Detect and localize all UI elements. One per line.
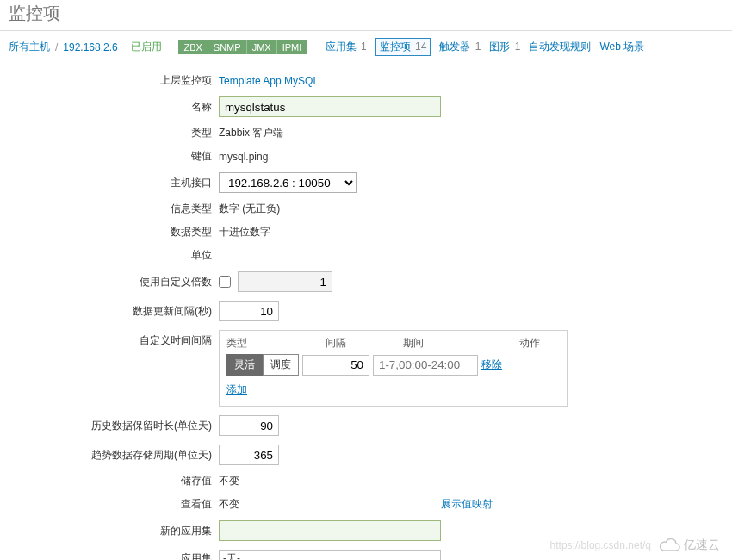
apps-opt-none[interactable]: -无-: [220, 551, 440, 560]
seg-schedule[interactable]: 调度: [263, 354, 299, 376]
interface-tags: ZBX SNMP JMX IPMI: [178, 40, 307, 54]
status-enabled: 已启用: [131, 40, 162, 54]
cloud-icon: [658, 538, 682, 553]
tab-graphs[interactable]: 图形 1: [489, 40, 520, 54]
label-parent: 上层监控项: [0, 73, 219, 88]
update-interval-input[interactable]: [219, 301, 279, 321]
new-app-input[interactable]: [219, 520, 441, 541]
store-value: 不变: [219, 474, 239, 488]
interval-add-link[interactable]: 添加: [226, 383, 247, 397]
tab-apps[interactable]: 应用集 1: [326, 40, 367, 54]
multiplier-checkbox[interactable]: [219, 276, 231, 288]
infotype-value: 数字 (无正负): [219, 202, 280, 216]
tag-zbx: ZBX: [178, 40, 207, 54]
ih-interval: 间隔: [326, 336, 403, 351]
key-value: mysql.ping: [219, 151, 268, 163]
interval-remove-link[interactable]: 移除: [481, 358, 502, 372]
label-units: 单位: [0, 248, 219, 263]
label-show: 查看值: [0, 497, 219, 512]
parent-template-link[interactable]: Template App MySQL: [219, 75, 319, 87]
name-input[interactable]: [219, 96, 441, 117]
interval-box: 类型 间隔 期间 动作 灵活 调度 移除 添加: [219, 330, 568, 407]
history-input[interactable]: [219, 415, 279, 436]
hostif-select[interactable]: 192.168.2.6 : 10050: [219, 172, 357, 193]
multiplier-input[interactable]: [238, 271, 332, 292]
type-value: Zabbix 客户端: [219, 126, 283, 140]
label-update-interval: 数据更新间隔(秒): [0, 304, 219, 319]
label-type: 类型: [0, 126, 219, 140]
label-key: 键值: [0, 149, 219, 164]
tab-discovery[interactable]: 自动发现规则: [529, 40, 591, 54]
breadcrumb-host[interactable]: 192.168.2.6: [63, 41, 117, 53]
ih-period: 期间: [403, 336, 519, 351]
label-custom-interval: 自定义时间间隔: [0, 330, 219, 348]
trends-input[interactable]: [219, 445, 279, 465]
watermark-logo: 亿速云: [658, 538, 720, 553]
label-new-app: 新的应用集: [0, 524, 219, 538]
interval-value-input[interactable]: [302, 355, 369, 376]
tag-jmx: JMX: [246, 40, 276, 54]
tag-ipmi: IPMI: [276, 40, 307, 54]
label-name: 名称: [0, 100, 219, 115]
interval-period-input[interactable]: [373, 355, 478, 376]
tab-items[interactable]: 监控项 14: [375, 38, 431, 56]
ih-type: 类型: [226, 336, 326, 351]
show-value: 不变: [219, 497, 434, 512]
breadcrumb-all-hosts[interactable]: 所有主机: [9, 40, 50, 54]
seg-flexible[interactable]: 灵活: [226, 354, 263, 376]
breadcrumb: 所有主机 / 192.168.2.6 已启用 ZBX SNMP JMX IPMI…: [0, 31, 732, 63]
form: 上层监控项 Template App MySQL 名称 类型 Zabbix 客户…: [0, 63, 732, 560]
watermark-url: https://blog.csdn.net/q: [550, 539, 651, 551]
label-store: 储存值: [0, 474, 219, 488]
datatype-value: 十进位数字: [219, 225, 270, 240]
label-apps: 应用集: [0, 550, 219, 560]
label-datatype: 数据类型: [0, 225, 219, 240]
show-value-map-link[interactable]: 展示值映射: [441, 497, 493, 512]
label-multiplier: 使用自定义倍数: [0, 275, 219, 289]
label-history: 历史数据保留时长(单位天): [0, 419, 219, 433]
label-hostif: 主机接口: [0, 176, 219, 190]
watermark: https://blog.csdn.net/q 亿速云: [550, 538, 720, 553]
interval-type-segment: 灵活 调度: [226, 354, 299, 376]
tab-triggers[interactable]: 触发器 1: [439, 40, 481, 54]
ih-action: 动作: [519, 336, 558, 351]
page-title: 监控项: [0, 0, 732, 31]
label-infotype: 信息类型: [0, 202, 219, 216]
tab-web[interactable]: Web 场景: [599, 40, 644, 54]
tag-snmp: SNMP: [208, 40, 246, 54]
label-trends: 趋势数据存储周期(单位天): [0, 448, 219, 463]
apps-select[interactable]: -无- MySQL: [219, 550, 441, 560]
breadcrumb-sep: /: [55, 41, 58, 53]
